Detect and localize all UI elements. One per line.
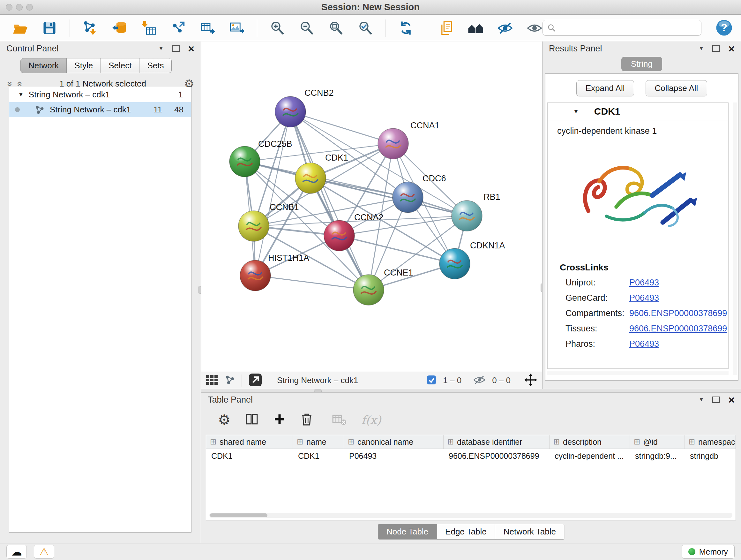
- save-session-icon[interactable]: [40, 19, 59, 37]
- export-image-icon[interactable]: [227, 19, 246, 37]
- network-node-CCNE1[interactable]: CCNE1: [353, 268, 413, 305]
- apply-layout-icon[interactable]: [397, 19, 415, 37]
- export-table-icon[interactable]: [198, 19, 217, 37]
- panel-collapse-icon[interactable]: ▼: [698, 396, 704, 403]
- crosslink-link-genecard[interactable]: P06493: [629, 293, 659, 303]
- network-view-canvas[interactable]: CCNB2CCNA1CDC25BCDK1CDC6RB1CCNB1CCNA2CDK…: [201, 42, 542, 372]
- birdseye-view-icon[interactable]: [206, 375, 218, 386]
- tab-style[interactable]: Style: [67, 58, 101, 73]
- network-edge[interactable]: [290, 112, 393, 144]
- clone-network-icon[interactable]: [437, 19, 456, 37]
- string-share-icon[interactable]: [224, 374, 235, 387]
- network-row[interactable]: String Network – cdk1 11 48: [9, 102, 191, 117]
- scrollbar-thumb[interactable]: [210, 513, 267, 517]
- splitter-handle[interactable]: [314, 389, 322, 392]
- cell-namespace[interactable]: stringdb: [685, 451, 735, 461]
- show-all-icon[interactable]: [525, 19, 544, 37]
- show-graphics-details-icon[interactable]: [467, 19, 485, 37]
- create-column-plus-icon[interactable]: [273, 413, 286, 427]
- delete-column-trash-icon[interactable]: [300, 413, 313, 427]
- import-network-file-icon[interactable]: [81, 19, 99, 37]
- panel-close-icon[interactable]: ×: [728, 396, 735, 403]
- collapse-all-button[interactable]: Collapse All: [646, 80, 708, 97]
- tab-sets[interactable]: Sets: [139, 58, 172, 73]
- panel-close-icon[interactable]: ×: [188, 45, 194, 52]
- cloud-sync-button[interactable]: ☁: [6, 545, 27, 559]
- network-edge[interactable]: [290, 112, 467, 216]
- network-edge[interactable]: [255, 275, 368, 290]
- cell-canonical-name[interactable]: P06493: [344, 451, 444, 461]
- tab-select[interactable]: Select: [101, 58, 139, 73]
- search-field[interactable]: [542, 20, 701, 36]
- horizontal-splitter[interactable]: [201, 389, 741, 393]
- panel-collapse-icon[interactable]: ▼: [158, 45, 164, 52]
- column-header-namespace[interactable]: ⊞namespac: [685, 435, 735, 449]
- tab-node-table[interactable]: Node Table: [378, 524, 437, 540]
- network-node-CDKN1A[interactable]: CDKN1A: [440, 241, 505, 279]
- zoom-out-icon[interactable]: [297, 19, 316, 37]
- open-session-icon[interactable]: [11, 19, 29, 37]
- warnings-button[interactable]: ⚠: [34, 545, 54, 559]
- cell-name[interactable]: CDK1: [293, 451, 344, 461]
- export-network-icon[interactable]: [169, 19, 187, 37]
- crosslink-link-pharos[interactable]: P06493: [629, 339, 659, 349]
- pan-crosshair-icon[interactable]: [524, 373, 537, 388]
- selected-checkbox-icon[interactable]: [426, 375, 436, 386]
- tab-network-table[interactable]: Network Table: [495, 524, 564, 540]
- collection-expand-icon[interactable]: ▼: [18, 91, 23, 98]
- expand-all-button[interactable]: Expand All: [576, 80, 634, 97]
- help-icon[interactable]: ?: [716, 19, 733, 37]
- window-minimize-button[interactable]: [16, 4, 23, 10]
- network-collection-row[interactable]: ▼ String Network – cdk1 1: [9, 87, 191, 102]
- column-header-name[interactable]: ⊞name: [293, 435, 344, 449]
- zoom-in-icon[interactable]: [268, 19, 286, 37]
- network-node-CDK1[interactable]: CDK1: [295, 153, 348, 193]
- cell-database-identifier[interactable]: 9606.ENSP00000378699: [444, 451, 549, 461]
- window-close-button[interactable]: [6, 4, 12, 10]
- network-node-RB1[interactable]: RB1: [452, 192, 500, 231]
- hidden-eye-slash-icon[interactable]: [473, 375, 486, 386]
- hide-selected-icon[interactable]: [496, 19, 515, 37]
- crosslink-link-tissues[interactable]: 9606.ENSP00000378699: [629, 324, 727, 334]
- zoom-fit-icon[interactable]: [327, 19, 345, 37]
- open-in-window-icon[interactable]: [248, 373, 262, 388]
- network-node-CCNB1[interactable]: CCNB1: [239, 202, 299, 241]
- window-zoom-button[interactable]: [26, 4, 33, 10]
- results-vertical-scrollbar[interactable]: [733, 103, 737, 375]
- panel-float-icon[interactable]: [172, 45, 180, 52]
- zoom-selected-icon[interactable]: [356, 19, 375, 37]
- gene-card-header[interactable]: ▼ CDK1: [548, 103, 728, 120]
- tab-edge-table[interactable]: Edge Table: [437, 524, 495, 540]
- crosslink-link-uniprot[interactable]: P06493: [629, 278, 659, 288]
- gene-card-collapse-icon[interactable]: ▼: [573, 108, 579, 115]
- collapse-all-networks-icon[interactable]: »: [15, 81, 22, 86]
- show-columns-icon[interactable]: [245, 413, 259, 427]
- panel-close-icon[interactable]: ×: [728, 45, 735, 52]
- table-row[interactable]: CDK1 CDK1 P06493 9606.ENSP00000378699 cy…: [206, 449, 736, 463]
- column-header-shared-name[interactable]: ⊞shared name: [206, 435, 293, 449]
- cell-id[interactable]: stringdb:9...: [630, 451, 685, 461]
- tab-string[interactable]: String: [621, 57, 662, 71]
- table-horizontal-scrollbar[interactable]: [209, 513, 732, 518]
- splitter-handle[interactable]: [199, 286, 201, 294]
- table-settings-gear-icon[interactable]: ⚙: [218, 415, 230, 425]
- import-table-file-icon[interactable]: [139, 19, 158, 37]
- network-node-CCNB2[interactable]: CCNB2: [275, 88, 334, 127]
- search-input[interactable]: [559, 23, 697, 33]
- column-header-id[interactable]: ⊞@id: [630, 435, 685, 449]
- panel-float-icon[interactable]: [712, 45, 720, 52]
- column-header-canonical-name[interactable]: ⊞canonical name: [344, 435, 444, 449]
- memory-button[interactable]: Memory: [682, 545, 735, 559]
- results-horizontal-scrollbar[interactable]: [547, 371, 729, 375]
- import-network-database-icon[interactable]: [110, 19, 129, 37]
- panel-float-icon[interactable]: [712, 396, 720, 403]
- expand-all-networks-icon[interactable]: »: [7, 81, 14, 86]
- column-header-description[interactable]: ⊞description: [549, 435, 630, 449]
- cell-description[interactable]: cyclin-dependent ...: [549, 451, 630, 461]
- network-node-HIST1H1A[interactable]: HIST1H1A: [240, 253, 309, 291]
- panel-collapse-icon[interactable]: ▼: [698, 45, 704, 52]
- network-edge[interactable]: [290, 112, 368, 290]
- crosslink-link-compartments[interactable]: 9606.ENSP00000378699: [629, 308, 727, 318]
- network-node-CCNA1[interactable]: CCNA1: [378, 121, 440, 159]
- column-header-database-identifier[interactable]: ⊞database identifier: [444, 435, 549, 449]
